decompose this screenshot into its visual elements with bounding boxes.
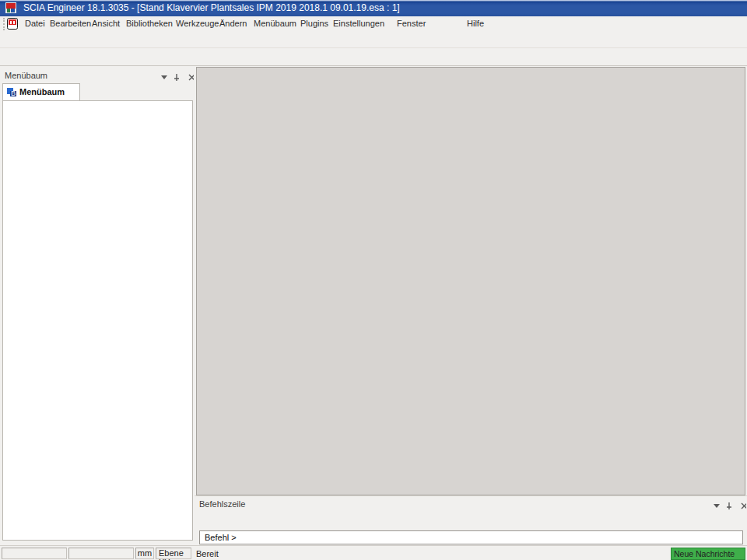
svg-text:B: B bbox=[11, 89, 16, 97]
